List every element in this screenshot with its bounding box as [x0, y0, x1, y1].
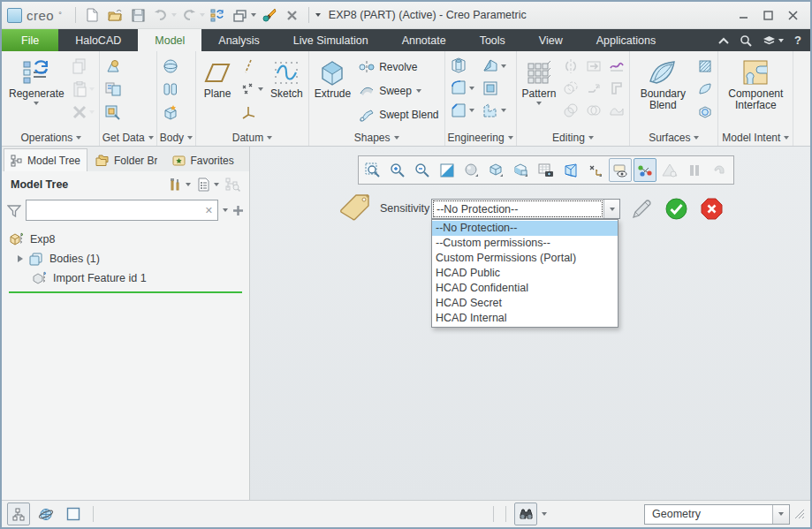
chamfer-button[interactable]	[448, 101, 476, 120]
combobox-arrow-button[interactable]	[603, 200, 619, 218]
tree-show-button[interactable]	[197, 178, 219, 192]
coordinate-system-button[interactable]	[239, 102, 265, 122]
bodies-button[interactable]	[160, 79, 181, 99]
zoom-out-button[interactable]	[411, 158, 434, 182]
paste-dropdown-arrow[interactable]	[89, 87, 95, 91]
analysis-warning-button[interactable]	[658, 158, 681, 182]
tree-search-input[interactable]	[27, 202, 201, 218]
tab-view[interactable]: View	[522, 29, 580, 51]
sweep-dropdown-arrow[interactable]	[416, 89, 421, 93]
shrinkwrap-button[interactable]	[102, 102, 124, 122]
command-search-button[interactable]	[740, 34, 752, 47]
refit-button[interactable]	[361, 158, 384, 182]
component-interface-button[interactable]: Component Interface	[721, 55, 790, 113]
tree-item-bodies[interactable]: Bodies (1)	[2, 249, 249, 268]
expand-arrow-icon[interactable]	[18, 255, 23, 262]
draft-dropdown-arrow[interactable]	[501, 64, 506, 68]
project-button[interactable]	[607, 57, 626, 76]
tab-tools[interactable]: Tools	[463, 29, 522, 51]
sweep-button[interactable]: Sweep	[356, 80, 441, 101]
paste-button[interactable]	[70, 79, 96, 99]
axis-button[interactable]	[239, 57, 265, 76]
point-button[interactable]	[239, 79, 265, 99]
style-button[interactable]	[695, 79, 715, 99]
import-button[interactable]	[102, 57, 124, 76]
rib-button[interactable]	[480, 101, 508, 120]
draft-button[interactable]	[480, 57, 508, 76]
regenerate-dropdown-arrow[interactable]	[34, 102, 39, 105]
dropdown-option[interactable]: --Custom permissions--	[432, 236, 618, 251]
tab-halocad[interactable]: HaloCAD	[58, 29, 138, 51]
extend-button[interactable]	[584, 79, 603, 98]
minimize-button[interactable]	[731, 5, 755, 25]
freestyle-button[interactable]	[695, 102, 715, 122]
pause-button[interactable]	[683, 158, 706, 182]
display-style-button[interactable]	[485, 158, 508, 182]
round-button[interactable]	[448, 79, 476, 98]
tree-settings-button[interactable]	[167, 178, 191, 192]
group-label-datum[interactable]: Datum	[199, 130, 306, 146]
intersect-button[interactable]	[584, 101, 603, 120]
confirm-button[interactable]	[665, 198, 687, 220]
resize-grip[interactable]	[794, 509, 805, 519]
tab-analysis[interactable]: Analysis	[201, 29, 277, 51]
window-switch-dropdown-arrow[interactable]	[251, 13, 256, 17]
learning-connector-button[interactable]	[763, 35, 784, 46]
rib-dropdown-arrow[interactable]	[501, 109, 506, 112]
window-switch-button[interactable]	[231, 5, 251, 25]
search-options-dropdown-arrow[interactable]	[223, 208, 228, 212]
extrude-button[interactable]: Extrude	[312, 55, 353, 102]
plane-button[interactable]: Plane	[199, 55, 236, 102]
tab-file[interactable]: File	[2, 29, 58, 51]
shading-style-button[interactable]	[460, 158, 483, 182]
resume-button[interactable]	[708, 158, 731, 182]
appearance-button[interactable]	[259, 5, 279, 25]
tab-model[interactable]: Model	[138, 29, 201, 51]
open-file-button[interactable]	[105, 5, 125, 25]
sensitivity-combobox[interactable]: --No Protection--	[431, 199, 620, 219]
group-label-surfaces[interactable]: Surfaces	[633, 130, 715, 146]
group-label-model-intent[interactable]: Model Intent	[721, 130, 790, 146]
graphics-area[interactable]: Sensitivity --No Protection-- --No Prote…	[250, 147, 810, 500]
offset-button[interactable]	[561, 79, 581, 98]
group-label-get-data[interactable]: Get Data	[102, 130, 154, 146]
thicken-button[interactable]	[607, 79, 626, 98]
redo-button[interactable]	[179, 5, 200, 25]
perspective-button[interactable]	[559, 158, 582, 182]
new-body-button[interactable]	[160, 102, 181, 122]
tree-settings-dropdown-arrow[interactable]	[186, 183, 191, 186]
tab-applications[interactable]: Applications	[580, 29, 672, 51]
collapse-ribbon-button[interactable]	[718, 37, 729, 44]
dropdown-option[interactable]: Custom Permissions (Portal)	[432, 251, 618, 266]
dropdown-option[interactable]: HCAD Internal	[432, 311, 618, 326]
edit-attribute-button[interactable]	[628, 197, 655, 222]
revolve-button[interactable]: Revolve	[356, 57, 441, 77]
shell-button[interactable]	[480, 79, 508, 98]
repaint-button[interactable]	[436, 158, 459, 182]
tab-folder-browser[interactable]: Folder Br	[88, 148, 164, 171]
sketch-button[interactable]: Sketch	[268, 55, 306, 102]
cancel-button[interactable]	[701, 198, 723, 220]
spin-center-button[interactable]	[634, 158, 656, 182]
tree-show-dropdown-arrow[interactable]	[214, 183, 219, 186]
close-window-quick-button[interactable]	[282, 5, 302, 25]
copy-button[interactable]	[70, 57, 96, 76]
clear-search-icon[interactable]: ✕	[201, 205, 217, 216]
zoom-in-button[interactable]	[386, 158, 409, 182]
point-dropdown-arrow[interactable]	[258, 87, 263, 91]
dropdown-option[interactable]: HCAD Secret	[432, 296, 618, 311]
tab-live-simulation[interactable]: Live Simulation	[277, 29, 385, 51]
datum-display-button[interactable]	[584, 158, 607, 182]
group-label-operations[interactable]: Operations	[6, 130, 96, 146]
undo-button[interactable]	[151, 5, 171, 25]
delete-button[interactable]	[70, 102, 96, 122]
group-label-engineering[interactable]: Engineering	[448, 130, 513, 146]
boolean-body-button[interactable]	[160, 57, 181, 76]
trim-button[interactable]	[584, 57, 603, 76]
swept-blend-button[interactable]: Swept Blend	[356, 104, 441, 125]
tree-search-button[interactable]	[225, 178, 240, 192]
tab-model-tree[interactable]: Model Tree	[4, 148, 87, 171]
tree-item-part[interactable]: Exp8	[2, 230, 249, 249]
redo-dropdown-arrow[interactable]	[200, 13, 205, 17]
hole-button[interactable]	[448, 57, 476, 76]
